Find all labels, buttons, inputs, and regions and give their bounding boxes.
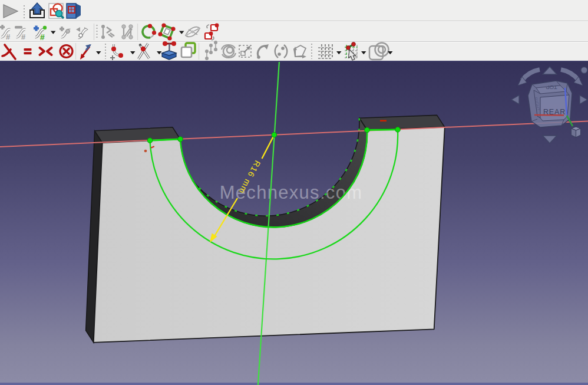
svg-text:#: #: [6, 32, 11, 41]
svg-text:#: #: [40, 32, 45, 42]
svg-text:#: #: [21, 32, 26, 41]
svg-text:TOP: TOP: [546, 84, 557, 91]
